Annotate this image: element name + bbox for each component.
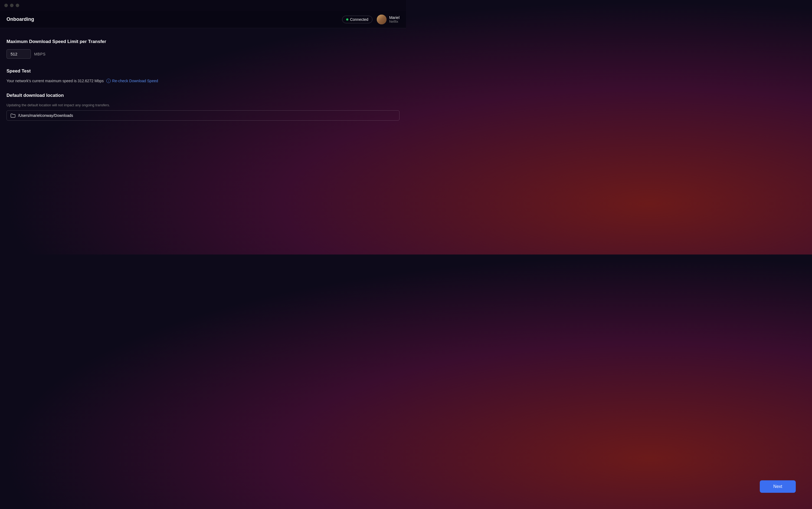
user-info: Mariel Netflix bbox=[377, 14, 400, 24]
location-input-row[interactable]: /Users/marielconway/Downloads bbox=[6, 110, 400, 121]
connected-label: Connected bbox=[350, 17, 368, 22]
avatar bbox=[377, 14, 386, 24]
avatar-image bbox=[377, 14, 386, 24]
header-right: Connected Mariel Netflix bbox=[342, 14, 400, 24]
close-dot[interactable] bbox=[4, 4, 8, 7]
location-subtitle: Updating the default location will not i… bbox=[6, 103, 400, 107]
speed-test-section: Speed Test Your network's current maximu… bbox=[6, 68, 400, 83]
main-content: Maximum Download Speed Limit per Transfe… bbox=[0, 28, 406, 138]
user-name: Mariel bbox=[389, 15, 400, 20]
info-icon: i bbox=[106, 79, 111, 83]
window-controls bbox=[4, 4, 19, 7]
maximize-dot[interactable] bbox=[16, 4, 19, 7]
speed-input[interactable] bbox=[6, 49, 31, 59]
connected-badge: Connected bbox=[342, 16, 372, 23]
folder-icon bbox=[10, 113, 15, 117]
app-header: Onboarding Connected Mariel Netflix bbox=[0, 11, 406, 28]
app-title: Onboarding bbox=[6, 16, 34, 22]
connected-dot-icon bbox=[346, 19, 348, 21]
recheck-link[interactable]: i Re-check Download Speed bbox=[106, 79, 158, 83]
titlebar bbox=[0, 0, 406, 11]
user-subtitle: Netflix bbox=[389, 20, 400, 24]
speed-info-text: Your network's current maximum speed is … bbox=[6, 79, 104, 83]
speed-input-row: MBPS bbox=[6, 49, 400, 59]
recheck-label: Re-check Download Speed bbox=[112, 79, 158, 83]
speed-info-row: Your network's current maximum speed is … bbox=[6, 79, 400, 83]
user-text: Mariel Netflix bbox=[389, 15, 400, 24]
speed-limit-title: Maximum Download Speed Limit per Transfe… bbox=[6, 39, 400, 44]
download-location-section: Default download location Updating the d… bbox=[6, 93, 400, 121]
speed-unit-label: MBPS bbox=[34, 52, 45, 56]
location-path: /Users/marielconway/Downloads bbox=[18, 113, 73, 117]
speed-test-title: Speed Test bbox=[6, 68, 400, 74]
minimize-dot[interactable] bbox=[10, 4, 13, 7]
download-location-title: Default download location bbox=[6, 93, 400, 98]
